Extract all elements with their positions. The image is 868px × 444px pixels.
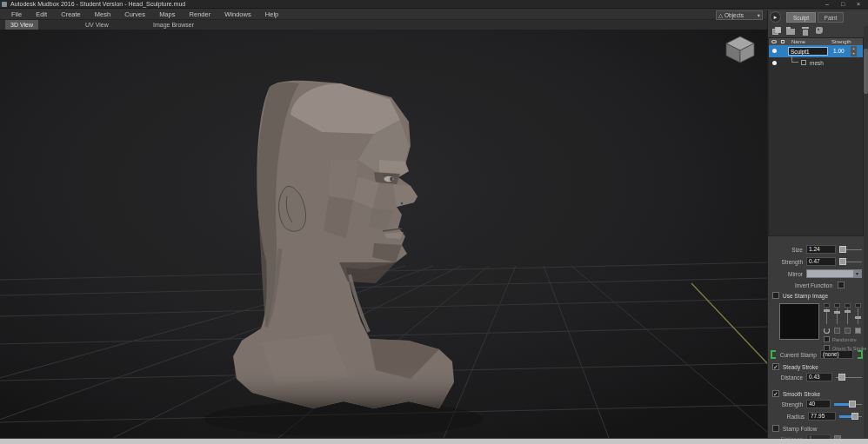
size-slider[interactable] <box>839 245 862 254</box>
tab-paint-layers[interactable]: Paint <box>818 12 844 23</box>
folder-icon[interactable] <box>786 27 796 36</box>
smooth-stroke-label: Smooth Stroke <box>783 391 844 397</box>
menu-maps[interactable]: Maps <box>153 9 181 20</box>
stamp-tag-icon[interactable] <box>815 27 825 36</box>
spinner-up-icon[interactable]: ▴ <box>852 46 854 50</box>
objects-dropdown[interactable]: △Objects▾ <box>716 10 763 20</box>
randomize-checkbox[interactable] <box>824 336 830 342</box>
use-stamp-label: Use Stamp Image <box>783 293 844 299</box>
size-field[interactable]: 1.24 <box>806 245 836 254</box>
layer-strength-spinner[interactable]: ▴ ▾ <box>851 46 857 56</box>
column-name: Name <box>791 38 805 45</box>
rotate-stamp-icon[interactable] <box>824 328 830 334</box>
tab-uv-view[interactable]: UV View <box>80 20 114 30</box>
spinner-down-icon[interactable]: ▾ <box>852 51 854 56</box>
smooth-strength-field[interactable]: 40 <box>806 400 831 408</box>
mesh-item-label: mesh <box>810 60 824 66</box>
stamp-follow-checkbox[interactable] <box>772 425 779 432</box>
radius-label: Radius <box>780 414 805 420</box>
maximize-button[interactable]: □ <box>837 0 849 9</box>
steady-stroke-label: Steady Stroke <box>783 364 844 370</box>
layer-visibility-dot[interactable] <box>772 49 777 53</box>
steady-stroke-checkbox[interactable]: ✓ <box>772 363 779 370</box>
chevron-down-icon: ▾ <box>758 11 760 19</box>
viewport-canvas <box>0 30 767 438</box>
invert-function-label: Invert Function <box>775 282 832 288</box>
close-button[interactable]: × <box>852 0 865 9</box>
menu-render[interactable]: Render <box>184 9 217 20</box>
current-stamp-label: Current Stamp <box>778 352 817 358</box>
check-icon: ✓ <box>773 391 778 397</box>
strength-label: Strength <box>771 259 803 265</box>
mudbox-window: Autodesk Mudbox 2016 - Student Version -… <box>0 0 868 444</box>
lock-icon <box>781 40 785 43</box>
check-icon: ✓ <box>773 364 778 370</box>
distance-slider[interactable] <box>836 373 862 381</box>
menu-mesh[interactable]: Mesh <box>89 9 117 20</box>
strength-field[interactable]: 0.47 <box>806 257 836 266</box>
viewport-tab-bar: 3D View UV View Image Browser <box>0 20 767 30</box>
radius-slider[interactable] <box>839 412 862 421</box>
panel-scrollbar-thumb[interactable] <box>864 49 868 94</box>
title-bar: Autodesk Mudbox 2016 - Student Version -… <box>0 0 868 9</box>
smooth-strength-slider[interactable] <box>834 400 862 408</box>
layer-list-header: Name Strength <box>769 38 863 45</box>
prev-stamp-arrow[interactable] <box>771 350 776 359</box>
invert-function-checkbox[interactable] <box>838 282 845 288</box>
mesh-visibility-dot[interactable] <box>772 61 777 65</box>
mirror-label: Mirror <box>777 271 803 277</box>
menu-file[interactable]: File <box>5 9 28 20</box>
objects-dropdown-label: Objects <box>724 12 744 18</box>
next-stamp-arrow[interactable] <box>858 350 863 359</box>
smooth-strength-label: Strength <box>771 401 803 408</box>
minimize-button[interactable]: – <box>821 0 833 9</box>
app-icon <box>2 2 7 7</box>
smooth-stroke-checkbox[interactable]: ✓ <box>772 390 779 397</box>
column-strength: Strength <box>831 38 851 45</box>
distance-field[interactable]: 0.43 <box>806 373 832 381</box>
use-stamp-checkbox[interactable] <box>772 292 779 299</box>
new-layer-icon[interactable] <box>772 27 782 36</box>
layer-name-input[interactable] <box>788 47 828 56</box>
layer-row-selected[interactable]: 1.00 ▴ ▾ <box>769 45 863 57</box>
trash-icon[interactable] <box>801 27 811 36</box>
eye-icon <box>771 40 777 43</box>
menu-curves[interactable]: Curves <box>118 9 151 20</box>
layers-panel: ▸ Sculpt Paint Name Strength <box>767 10 868 438</box>
menu-edit[interactable]: Edit <box>30 9 53 20</box>
radius-field[interactable]: 77.95 <box>808 412 836 421</box>
mirror-dropdown[interactable]: ▾ <box>806 269 862 278</box>
distance-label: Distance <box>771 374 803 381</box>
mesh-row[interactable]: mesh <box>769 57 863 69</box>
stamp-follow-label: Stamp Follow <box>783 426 844 432</box>
tab-sculpt-layers[interactable]: Sculpt <box>786 12 816 23</box>
tab-3d-view[interactable]: 3D View <box>5 20 38 30</box>
vignette-overlay <box>0 30 767 438</box>
mesh-cube-icon <box>801 60 806 65</box>
panel-scrollbar[interactable] <box>864 26 868 438</box>
3d-viewport[interactable] <box>0 30 767 438</box>
menu-windows[interactable]: Windows <box>218 9 257 20</box>
size-label: Size <box>777 247 803 253</box>
chevron-down-icon: ▾ <box>853 270 861 277</box>
stamp-option-button-3[interactable] <box>855 328 861 334</box>
stamp-option-button-1[interactable] <box>834 328 840 334</box>
window-title: Autodesk Mudbox 2016 - Student Version -… <box>10 0 185 9</box>
menu-create[interactable]: Create <box>55 9 87 20</box>
current-stamp-field[interactable]: (none) <box>820 350 853 359</box>
triangle-icon: △ <box>718 12 723 18</box>
layer-strength-value[interactable]: 1.00 <box>833 48 845 54</box>
viewcube[interactable] <box>723 33 758 64</box>
stamp-option-button-2[interactable] <box>845 328 851 334</box>
panel-collapse-button[interactable]: ▸ <box>770 11 781 23</box>
randomize-label: Randomize <box>832 337 857 342</box>
bottom-edge-strip <box>0 439 868 444</box>
menu-help[interactable]: Help <box>259 9 284 20</box>
stamp-preview[interactable] <box>779 303 819 340</box>
strength-slider[interactable] <box>839 257 862 266</box>
layer-list: Name Strength 1.00 ▴ ▾ mesh <box>768 37 864 236</box>
tree-connector <box>791 56 798 63</box>
tab-image-browser[interactable]: Image Browser <box>148 20 199 30</box>
